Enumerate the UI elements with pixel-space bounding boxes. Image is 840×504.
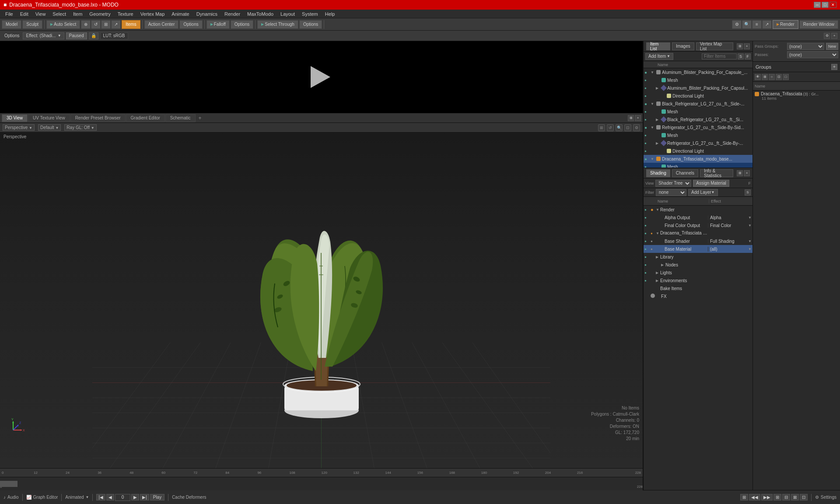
shading-row-final-color[interactable]: ● ▶ Final Color Output Final Color ▼ bbox=[644, 221, 752, 229]
item-list-icon1[interactable]: ⊞ bbox=[737, 43, 743, 49]
status-icon2[interactable]: ◀◀ bbox=[749, 494, 760, 500]
shading-eye-icon[interactable]: ● bbox=[644, 208, 651, 212]
shading-row-library[interactable]: ● ▶ Library bbox=[644, 253, 752, 261]
lock-icon-btn[interactable]: 🔒 bbox=[89, 32, 98, 39]
passes-dropdown[interactable]: (none) bbox=[787, 51, 838, 58]
shading-row-fx[interactable]: ● ▶ FX bbox=[644, 292, 752, 300]
groups-icon1[interactable]: 👁 bbox=[755, 74, 761, 80]
shading-row-nodes[interactable]: ● ▶ Nodes bbox=[644, 261, 752, 269]
expand-arrow[interactable]: ▼ bbox=[651, 126, 655, 130]
tab-info-statistics[interactable]: Info & Statistics bbox=[700, 169, 733, 177]
expand-arrow[interactable]: ▶ bbox=[661, 149, 665, 153]
tab-render-preset[interactable]: Render Preset Browser bbox=[70, 114, 126, 122]
shading-row-alpha[interactable]: ● ▶ Alpha Output Alpha ▼ bbox=[644, 214, 752, 221]
default-dropdown[interactable]: Default ▼ bbox=[38, 124, 61, 131]
item-list-content[interactable]: ● ▼ Aluminum_Blister_Packing_For_Capsule… bbox=[644, 68, 752, 168]
visibility-icon[interactable]: ● bbox=[644, 118, 651, 122]
model-button[interactable]: Model bbox=[2, 20, 21, 29]
play-button[interactable]: Play bbox=[150, 494, 164, 500]
list-item[interactable]: ● ▼ Dracaena_Trifasciata_modo_base... bbox=[644, 155, 752, 163]
shading-icon2[interactable]: + bbox=[744, 170, 750, 176]
add-layer-button[interactable]: Add Layer ▼ bbox=[688, 189, 718, 196]
timeline-playhead[interactable] bbox=[0, 481, 18, 487]
shading-row-base-material[interactable]: ● ● ▶ Base Material (all) ▼ bbox=[644, 245, 752, 253]
list-item[interactable]: ● ▼ Black_Refrigerator_LG_27_cu._ft._Sid… bbox=[644, 100, 752, 108]
select-icon[interactable]: ↗ bbox=[111, 20, 121, 29]
shading-eye-icon[interactable]: ● bbox=[644, 294, 651, 298]
close-button[interactable]: ✕ bbox=[830, 2, 836, 8]
nav1-icon[interactable]: ⚙ bbox=[732, 20, 742, 29]
list-item[interactable]: ● ▼ Aluminum_Blister_Packing_For_Capsule… bbox=[644, 68, 752, 76]
tab-item-list[interactable]: Item List bbox=[646, 42, 670, 50]
status-icon1[interactable]: ⊞ bbox=[740, 494, 748, 500]
graph-editor-control[interactable]: 📈 Graph Editor bbox=[26, 495, 58, 500]
expand-arrow[interactable]: ▼ bbox=[651, 157, 655, 161]
visibility-icon[interactable]: ● bbox=[644, 86, 651, 90]
filter-f-icon[interactable]: F bbox=[745, 53, 751, 60]
expand-arrow[interactable]: ▼ bbox=[656, 208, 660, 212]
list-item[interactable]: ● ▼ Refrigerator_LG_27_cu._ft._Side-By-S… bbox=[644, 123, 752, 131]
shading-row-base-shader[interactable]: ● ● ▶ Base Shader Full Shading ▼ bbox=[644, 237, 752, 245]
expand-arrow[interactable]: ▶ bbox=[661, 263, 665, 267]
filter-dropdown[interactable]: none bbox=[656, 189, 686, 196]
tab-channels[interactable]: Channels bbox=[672, 169, 698, 177]
menu-view[interactable]: View bbox=[32, 10, 49, 18]
filter-items-input[interactable] bbox=[702, 53, 737, 60]
status-icon5[interactable]: ⊟ bbox=[782, 494, 790, 500]
shading-icon1[interactable]: ⊞ bbox=[737, 170, 743, 176]
falloff-button[interactable]: ▶ Falloff bbox=[206, 20, 230, 29]
timeline-track[interactable]: 0 228 bbox=[0, 477, 643, 490]
status-icon6[interactable]: ⊠ bbox=[791, 494, 799, 500]
vp-fit-icon[interactable]: ⊡ bbox=[624, 124, 631, 131]
select-through-button[interactable]: ▶ Select Through bbox=[257, 20, 298, 29]
visibility-icon[interactable]: ● bbox=[644, 78, 651, 82]
menu-system[interactable]: System bbox=[298, 10, 322, 18]
frame-input[interactable] bbox=[115, 494, 130, 501]
visibility-icon[interactable]: ● bbox=[644, 94, 651, 98]
audio-control[interactable]: ♪ Audio bbox=[4, 495, 19, 500]
menu-maxtomodo[interactable]: MaxToModo bbox=[244, 10, 277, 18]
status-icon7[interactable]: ⊡ bbox=[800, 494, 808, 500]
render-button[interactable]: ▶ Render bbox=[773, 20, 798, 29]
tab-images[interactable]: Images bbox=[672, 42, 694, 50]
transport-next-end[interactable]: ▶| bbox=[140, 494, 149, 500]
assign-material-button[interactable]: Assign Material bbox=[693, 180, 729, 187]
tab-gradient-editor[interactable]: Gradient Editor bbox=[126, 114, 165, 122]
rotate-icon[interactable]: ↺ bbox=[91, 20, 101, 29]
pass-groups-new-button[interactable]: New bbox=[826, 43, 838, 50]
visibility-icon[interactable]: ● bbox=[644, 157, 651, 161]
shading-eye-icon[interactable]: ● bbox=[644, 231, 651, 235]
vp-tab-icon1[interactable]: ⊞ bbox=[628, 115, 634, 121]
status-icon3[interactable]: ▶▶ bbox=[761, 494, 773, 500]
vp-tab-icon2[interactable]: + bbox=[635, 115, 641, 121]
list-item[interactable]: ● ▶ Mesh bbox=[644, 163, 752, 168]
add-item-button[interactable]: Add Item ▼ bbox=[645, 53, 673, 60]
effect-dropdown[interactable]: Effect: (Shadi... ▼ bbox=[23, 32, 64, 39]
shading-row-lights[interactable]: ● ▶ Lights bbox=[644, 269, 752, 276]
visibility-icon[interactable]: ● bbox=[644, 133, 651, 137]
menu-edit[interactable]: Edit bbox=[17, 10, 32, 18]
tab-vertex-map-list[interactable]: Vertex Map List bbox=[696, 42, 733, 50]
visibility-icon[interactable]: ● bbox=[644, 110, 651, 114]
shading-eye-icon[interactable]: ● bbox=[644, 263, 651, 267]
corner-icon2[interactable]: + bbox=[831, 33, 837, 39]
menu-layout[interactable]: Layout bbox=[277, 10, 298, 18]
expand-arrow[interactable]: ▶ bbox=[661, 94, 665, 98]
tab-schematic[interactable]: Schematic bbox=[165, 114, 196, 122]
menu-texture[interactable]: Texture bbox=[114, 10, 137, 18]
shading-eye-icon[interactable]: ● bbox=[644, 271, 651, 275]
groups-add-button[interactable]: + bbox=[831, 64, 837, 70]
visibility-icon[interactable]: ● bbox=[644, 165, 651, 168]
shading-eye-icon[interactable]: ● bbox=[644, 239, 651, 243]
menu-select[interactable]: Select bbox=[49, 10, 70, 18]
move-icon[interactable]: ⊕ bbox=[81, 20, 91, 29]
tab-3d-view[interactable]: 3D View bbox=[2, 114, 28, 122]
preview-play-button[interactable] bbox=[311, 66, 332, 88]
corner-icon1[interactable]: ⚙ bbox=[824, 33, 830, 39]
tab-shading[interactable]: Shading bbox=[646, 169, 670, 177]
groups-icon3[interactable]: ○ bbox=[769, 74, 775, 80]
shading-row-dracaena-mat[interactable]: ● ● ▼ Dracaena_Trifasciata (2) ⓘ bbox=[644, 229, 752, 237]
expand-arrow[interactable]: ▼ bbox=[651, 102, 655, 106]
vp-settings-icon[interactable]: ⚙ bbox=[633, 124, 640, 131]
group-item[interactable]: Dracaena_Trifasciata (3) : Gr... 11 item… bbox=[753, 91, 840, 98]
